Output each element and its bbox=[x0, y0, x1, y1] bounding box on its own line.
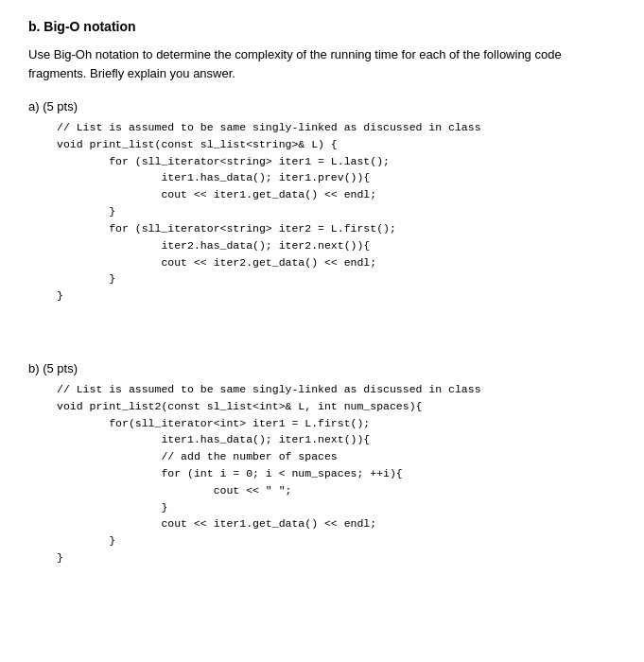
part-b: b) (5 pts) // List is assumed to be same… bbox=[28, 361, 616, 566]
part-b-label: b) (5 pts) bbox=[28, 361, 616, 375]
part-a: a) (5 pts) // List is assumed to be same… bbox=[28, 99, 616, 305]
section-title: b. Big-O notation bbox=[28, 19, 616, 34]
part-a-label: a) (5 pts) bbox=[28, 99, 616, 113]
part-b-code: // List is assumed to be same singly-lin… bbox=[57, 381, 616, 566]
intro-text: Use Big-Oh notation to determine the com… bbox=[28, 45, 616, 82]
part-a-code: // List is assumed to be same singly-lin… bbox=[57, 119, 616, 305]
